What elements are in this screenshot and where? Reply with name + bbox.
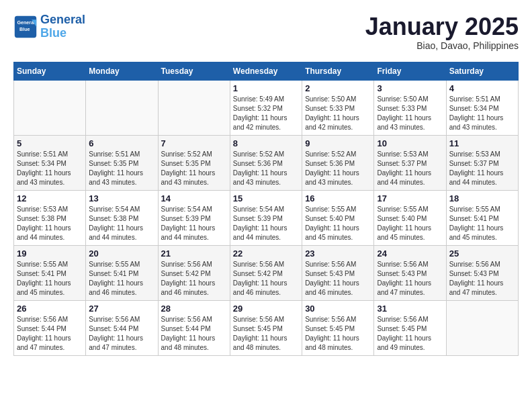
day-number: 2 bbox=[305, 83, 371, 93]
day-number: 10 bbox=[377, 138, 443, 148]
day-number: 31 bbox=[377, 304, 443, 314]
day-number: 27 bbox=[89, 304, 154, 314]
day-cell: 16Sunrise: 5:55 AMSunset: 5:40 PMDayligh… bbox=[302, 190, 374, 245]
day-number: 14 bbox=[161, 193, 227, 203]
day-number: 21 bbox=[161, 248, 227, 259]
day-info: Sunrise: 5:50 AMSunset: 5:33 PMDaylight:… bbox=[305, 95, 371, 132]
day-cell: 30Sunrise: 5:56 AMSunset: 5:45 PMDayligh… bbox=[302, 300, 374, 355]
day-number: 6 bbox=[89, 138, 154, 148]
day-number: 16 bbox=[305, 193, 371, 203]
day-info: Sunrise: 5:55 AMSunset: 5:41 PMDaylight:… bbox=[89, 260, 154, 298]
day-info: Sunrise: 5:52 AMSunset: 5:36 PMDaylight:… bbox=[233, 150, 299, 187]
day-number: 17 bbox=[377, 193, 443, 203]
day-number: 24 bbox=[377, 248, 443, 259]
day-cell bbox=[14, 80, 86, 135]
day-number: 3 bbox=[377, 83, 443, 93]
day-cell: 8Sunrise: 5:52 AMSunset: 5:36 PMDaylight… bbox=[230, 135, 302, 190]
day-number: 26 bbox=[17, 304, 83, 314]
day-info: Sunrise: 5:55 AMSunset: 5:40 PMDaylight:… bbox=[377, 205, 443, 242]
day-cell: 24Sunrise: 5:56 AMSunset: 5:43 PMDayligh… bbox=[374, 245, 446, 300]
weekday-monday: Monday bbox=[86, 62, 158, 80]
day-info: Sunrise: 5:56 AMSunset: 5:43 PMDaylight:… bbox=[377, 260, 443, 298]
logo-text: GeneralBlue bbox=[40, 13, 85, 40]
day-cell: 10Sunrise: 5:53 AMSunset: 5:37 PMDayligh… bbox=[374, 135, 446, 190]
title-block: January 2025 Biao, Davao, Philippines bbox=[365, 13, 519, 51]
day-info: Sunrise: 5:51 AMSunset: 5:35 PMDaylight:… bbox=[89, 150, 154, 187]
day-cell: 4Sunrise: 5:51 AMSunset: 5:34 PMDaylight… bbox=[446, 80, 518, 135]
day-number: 19 bbox=[17, 248, 83, 259]
day-info: Sunrise: 5:51 AMSunset: 5:34 PMDaylight:… bbox=[449, 95, 515, 132]
day-info: Sunrise: 5:56 AMSunset: 5:44 PMDaylight:… bbox=[17, 315, 83, 353]
week-row-4: 19Sunrise: 5:55 AMSunset: 5:41 PMDayligh… bbox=[14, 245, 519, 300]
day-info: Sunrise: 5:56 AMSunset: 5:45 PMDaylight:… bbox=[233, 315, 299, 353]
day-number: 4 bbox=[449, 83, 515, 93]
day-cell: 18Sunrise: 5:55 AMSunset: 5:41 PMDayligh… bbox=[446, 190, 518, 245]
day-number: 5 bbox=[17, 138, 83, 148]
day-number: 15 bbox=[233, 193, 299, 203]
day-number: 7 bbox=[161, 138, 227, 148]
day-info: Sunrise: 5:55 AMSunset: 5:40 PMDaylight:… bbox=[305, 205, 371, 242]
day-info: Sunrise: 5:53 AMSunset: 5:37 PMDaylight:… bbox=[449, 150, 515, 187]
day-cell: 22Sunrise: 5:56 AMSunset: 5:42 PMDayligh… bbox=[230, 245, 302, 300]
calendar-body: 1Sunrise: 5:49 AMSunset: 5:32 PMDaylight… bbox=[14, 80, 519, 355]
day-info: Sunrise: 5:56 AMSunset: 5:44 PMDaylight:… bbox=[89, 315, 154, 353]
svg-text:Blue: Blue bbox=[19, 26, 30, 32]
day-number: 25 bbox=[449, 248, 515, 259]
day-cell: 28Sunrise: 5:56 AMSunset: 5:44 PMDayligh… bbox=[158, 300, 230, 355]
day-number: 18 bbox=[449, 193, 515, 203]
day-info: Sunrise: 5:55 AMSunset: 5:41 PMDaylight:… bbox=[449, 205, 515, 242]
week-row-1: 1Sunrise: 5:49 AMSunset: 5:32 PMDaylight… bbox=[14, 80, 519, 135]
day-number: 11 bbox=[449, 138, 515, 148]
day-cell: 12Sunrise: 5:53 AMSunset: 5:38 PMDayligh… bbox=[14, 190, 86, 245]
calendar-table: SundayMondayTuesdayWednesdayThursdayFrid… bbox=[13, 62, 519, 356]
weekday-thursday: Thursday bbox=[302, 62, 374, 80]
day-cell: 17Sunrise: 5:55 AMSunset: 5:40 PMDayligh… bbox=[374, 190, 446, 245]
day-cell: 1Sunrise: 5:49 AMSunset: 5:32 PMDaylight… bbox=[230, 80, 302, 135]
day-info: Sunrise: 5:49 AMSunset: 5:32 PMDaylight:… bbox=[233, 95, 299, 132]
day-number: 1 bbox=[233, 83, 299, 93]
weekday-sunday: Sunday bbox=[14, 62, 86, 80]
day-number: 28 bbox=[161, 304, 227, 314]
day-cell: 21Sunrise: 5:56 AMSunset: 5:42 PMDayligh… bbox=[158, 245, 230, 300]
day-cell bbox=[86, 80, 158, 135]
day-cell: 14Sunrise: 5:54 AMSunset: 5:39 PMDayligh… bbox=[158, 190, 230, 245]
day-info: Sunrise: 5:56 AMSunset: 5:43 PMDaylight:… bbox=[449, 260, 515, 298]
day-cell: 3Sunrise: 5:50 AMSunset: 5:33 PMDaylight… bbox=[374, 80, 446, 135]
weekday-wednesday: Wednesday bbox=[230, 62, 302, 80]
day-cell: 6Sunrise: 5:51 AMSunset: 5:35 PMDaylight… bbox=[86, 135, 158, 190]
day-info: Sunrise: 5:52 AMSunset: 5:36 PMDaylight:… bbox=[305, 150, 371, 187]
day-cell: 15Sunrise: 5:54 AMSunset: 5:39 PMDayligh… bbox=[230, 190, 302, 245]
day-info: Sunrise: 5:56 AMSunset: 5:43 PMDaylight:… bbox=[305, 260, 371, 298]
day-info: Sunrise: 5:56 AMSunset: 5:45 PMDaylight:… bbox=[377, 315, 443, 353]
day-cell bbox=[446, 300, 518, 355]
day-number: 22 bbox=[233, 248, 299, 259]
weekday-tuesday: Tuesday bbox=[158, 62, 230, 80]
week-row-5: 26Sunrise: 5:56 AMSunset: 5:44 PMDayligh… bbox=[14, 300, 519, 355]
day-info: Sunrise: 5:53 AMSunset: 5:37 PMDaylight:… bbox=[377, 150, 443, 187]
day-cell: 25Sunrise: 5:56 AMSunset: 5:43 PMDayligh… bbox=[446, 245, 518, 300]
day-cell: 26Sunrise: 5:56 AMSunset: 5:44 PMDayligh… bbox=[14, 300, 86, 355]
week-row-3: 12Sunrise: 5:53 AMSunset: 5:38 PMDayligh… bbox=[14, 190, 519, 245]
day-info: Sunrise: 5:53 AMSunset: 5:38 PMDaylight:… bbox=[17, 205, 83, 242]
month-title: January 2025 bbox=[365, 13, 519, 40]
week-row-2: 5Sunrise: 5:51 AMSunset: 5:34 PMDaylight… bbox=[14, 135, 519, 190]
day-number: 29 bbox=[233, 304, 299, 314]
day-cell: 23Sunrise: 5:56 AMSunset: 5:43 PMDayligh… bbox=[302, 245, 374, 300]
day-cell: 19Sunrise: 5:55 AMSunset: 5:41 PMDayligh… bbox=[14, 245, 86, 300]
day-cell: 9Sunrise: 5:52 AMSunset: 5:36 PMDaylight… bbox=[302, 135, 374, 190]
location: Biao, Davao, Philippines bbox=[365, 40, 519, 51]
day-info: Sunrise: 5:56 AMSunset: 5:42 PMDaylight:… bbox=[161, 260, 227, 298]
day-info: Sunrise: 5:56 AMSunset: 5:44 PMDaylight:… bbox=[161, 315, 227, 353]
day-cell: 20Sunrise: 5:55 AMSunset: 5:41 PMDayligh… bbox=[86, 245, 158, 300]
day-cell: 2Sunrise: 5:50 AMSunset: 5:33 PMDaylight… bbox=[302, 80, 374, 135]
day-cell bbox=[158, 80, 230, 135]
page-header: General Blue GeneralBlue January 2025 Bi… bbox=[13, 13, 519, 51]
day-info: Sunrise: 5:54 AMSunset: 5:38 PMDaylight:… bbox=[89, 205, 154, 242]
day-cell: 13Sunrise: 5:54 AMSunset: 5:38 PMDayligh… bbox=[86, 190, 158, 245]
day-info: Sunrise: 5:54 AMSunset: 5:39 PMDaylight:… bbox=[233, 205, 299, 242]
day-number: 23 bbox=[305, 248, 371, 259]
day-info: Sunrise: 5:52 AMSunset: 5:35 PMDaylight:… bbox=[161, 150, 227, 187]
weekday-friday: Friday bbox=[374, 62, 446, 80]
day-info: Sunrise: 5:56 AMSunset: 5:42 PMDaylight:… bbox=[233, 260, 299, 298]
day-info: Sunrise: 5:56 AMSunset: 5:45 PMDaylight:… bbox=[305, 315, 371, 353]
